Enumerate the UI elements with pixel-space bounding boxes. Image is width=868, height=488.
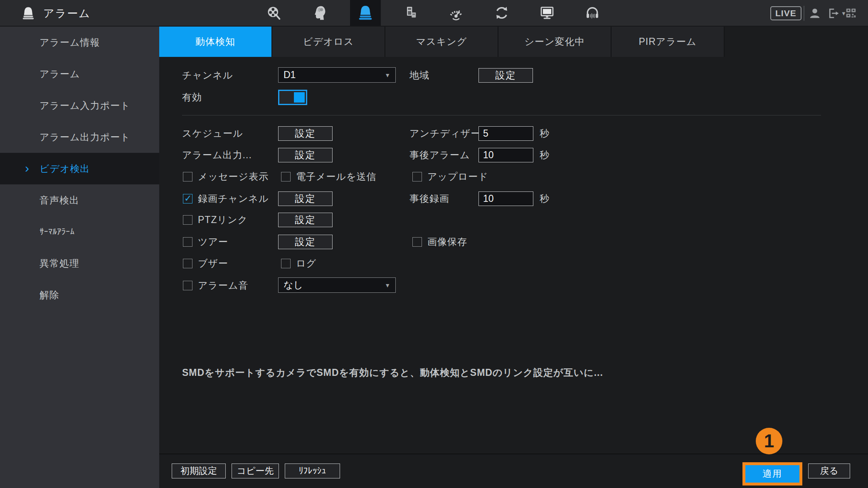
channel-label: チャンネル: [182, 68, 233, 83]
qr-code-icon[interactable]: [845, 0, 857, 27]
buzzer-checkbox[interactable]: [183, 259, 192, 268]
post-record-input[interactable]: [478, 191, 533, 206]
sidebar-item-label: ｻｰﾏﾙｱﾗｰﾑ: [39, 227, 74, 237]
send-email-checkbox[interactable]: [281, 172, 291, 181]
record-channel-set-button[interactable]: 設定: [278, 191, 333, 206]
sidebar-item-label: アラーム情報: [39, 36, 100, 49]
annotation-step-1-badge: 1: [756, 428, 782, 454]
topbar-divider: [804, 6, 804, 21]
nvr-alarm-settings-screen: アラーム: [0, 0, 868, 488]
smd-note: SMDをサポートするカメラでSMDを有効にすると、動体検知とSMDのリンク設定が…: [182, 366, 603, 379]
tour-label: ツアー: [198, 235, 228, 248]
sidebar-item-alarm-out-port[interactable]: アラーム出力ポート: [0, 121, 159, 153]
sidebar-item-alarm-info[interactable]: アラーム情報: [0, 27, 159, 58]
default-button[interactable]: 初期設定: [172, 463, 226, 478]
tab-video-loss[interactable]: ビデオロス: [272, 27, 385, 57]
alarm-tone-checkbox[interactable]: [183, 281, 192, 290]
maintain-gauge-icon[interactable]: [441, 0, 471, 26]
post-alarm-label: 事後アラーム: [409, 147, 470, 162]
back-button[interactable]: 戻る: [808, 463, 850, 478]
chevron-down-icon: ▼: [385, 72, 390, 78]
backup-refresh-icon[interactable]: [486, 0, 517, 26]
log-checkbox[interactable]: [281, 259, 291, 268]
sidebar-item-label: 異常処理: [39, 257, 79, 270]
anti-dither-label: アンチディザー: [409, 126, 481, 141]
alarm-siren-icon: [21, 6, 36, 21]
post-alarm-input[interactable]: [478, 148, 533, 162]
upload-label: アップロード: [427, 170, 488, 183]
sidebar-item-alarm[interactable]: アラーム: [0, 58, 159, 90]
buzzer-label: ブザー: [198, 257, 228, 270]
sidebar-item-abnormality[interactable]: 異常処理: [0, 248, 159, 279]
snapshot-checkbox[interactable]: [412, 237, 422, 247]
region-set-button[interactable]: 設定: [478, 68, 533, 83]
sidebar-item-label: 音声検出: [39, 194, 79, 207]
show-message-checkbox[interactable]: [183, 172, 192, 181]
anti-dither-input[interactable]: [478, 126, 533, 141]
apply-highlight-box: 適用: [742, 462, 802, 486]
pos-icon[interactable]: [395, 0, 426, 26]
channel-dropdown[interactable]: D1 ▼: [278, 67, 396, 83]
enable-label: 有効: [182, 90, 202, 105]
schedule-set-button[interactable]: 設定: [278, 126, 333, 141]
ptz-link-set-button[interactable]: 設定: [278, 213, 333, 227]
ptz-link-label: PTZリンク: [198, 213, 248, 226]
form-divider: [182, 115, 821, 115]
alarm-tone-dropdown[interactable]: なし ▼: [278, 277, 396, 293]
copy-to-button[interactable]: コピー先: [232, 463, 279, 478]
region-label: 地域: [409, 68, 429, 83]
ai-icon[interactable]: [305, 0, 335, 26]
record-channel-label: 録画チャンネル: [198, 192, 269, 205]
post-record-label: 事後録画: [409, 191, 449, 206]
page-title-group: アラーム: [21, 0, 91, 27]
alarm-out-label: アラーム出力...: [182, 147, 252, 162]
sidebar-item-label: アラーム: [39, 68, 80, 81]
sidebar-item-label: アラーム入力ポート: [39, 99, 131, 112]
audio-headphones-icon[interactable]: [577, 0, 608, 26]
alarm-nav-icon[interactable]: [350, 0, 381, 26]
tab-masking[interactable]: マスキング: [385, 27, 498, 57]
tab-bar: 動体検知 ビデオロス マスキング シーン変化中 PIRアラーム: [159, 27, 725, 57]
upload-checkbox[interactable]: [412, 172, 422, 181]
alarm-tone-label: アラーム音: [198, 279, 249, 292]
apply-button[interactable]: 適用: [745, 465, 799, 483]
sidebar-item-label: 解除: [39, 289, 59, 302]
alarm-out-set-button[interactable]: 設定: [278, 148, 333, 162]
playback-search-icon[interactable]: [259, 0, 289, 26]
tab-motion-detection[interactable]: 動体検知: [159, 27, 272, 57]
toggle-knob: [294, 92, 305, 103]
user-icon[interactable]: [809, 0, 821, 27]
tour-set-button[interactable]: 設定: [278, 235, 333, 249]
sidebar-item-label: ビデオ検出: [39, 162, 90, 175]
tour-checkbox[interactable]: [183, 237, 192, 247]
sidebar-item-disarm[interactable]: 解除: [0, 279, 159, 311]
sidebar-item-alarm-in-port[interactable]: アラーム入力ポート: [0, 90, 159, 121]
active-item-arrow-icon: ›: [25, 162, 30, 174]
schedule-label: スケジュール: [182, 126, 243, 141]
send-email-label: 電子メールを送信: [296, 170, 377, 183]
main-content: 動体検知 ビデオロス マスキング シーン変化中 PIRアラーム チャンネル D1…: [159, 27, 868, 488]
log-label: ログ: [296, 257, 316, 270]
footer-divider: [159, 454, 868, 454]
seconds-unit-label: 秒: [540, 147, 549, 162]
sidebar-item-video-detection[interactable]: › ビデオ検出: [0, 153, 159, 184]
record-channel-checkbox[interactable]: [183, 194, 192, 204]
snapshot-label: 画像保存: [427, 235, 467, 248]
sidebar-item-thermal-alarm[interactable]: ｻｰﾏﾙｱﾗｰﾑ: [0, 216, 159, 248]
top-bar: アラーム: [0, 0, 868, 27]
page-title: アラーム: [43, 6, 91, 21]
live-badge[interactable]: LIVE: [770, 6, 801, 20]
logout-icon[interactable]: ▼: [827, 0, 846, 27]
seconds-unit-label: 秒: [540, 126, 549, 141]
display-monitor-icon[interactable]: [532, 0, 562, 26]
sidebar-item-audio-detection[interactable]: 音声検出: [0, 184, 159, 216]
ptz-link-checkbox[interactable]: [183, 215, 192, 225]
show-message-label: メッセージ表示: [198, 170, 269, 183]
seconds-unit-label: 秒: [540, 191, 549, 206]
refresh-button[interactable]: ﾘﾌﾚｯｼｭ: [285, 463, 340, 478]
tab-scene-change[interactable]: シーン変化中: [498, 27, 612, 57]
chevron-down-icon: ▼: [385, 282, 390, 289]
tab-pir-alarm[interactable]: PIRアラーム: [612, 27, 725, 57]
enable-toggle[interactable]: [278, 90, 307, 105]
sidebar-item-label: アラーム出力ポート: [39, 131, 131, 144]
